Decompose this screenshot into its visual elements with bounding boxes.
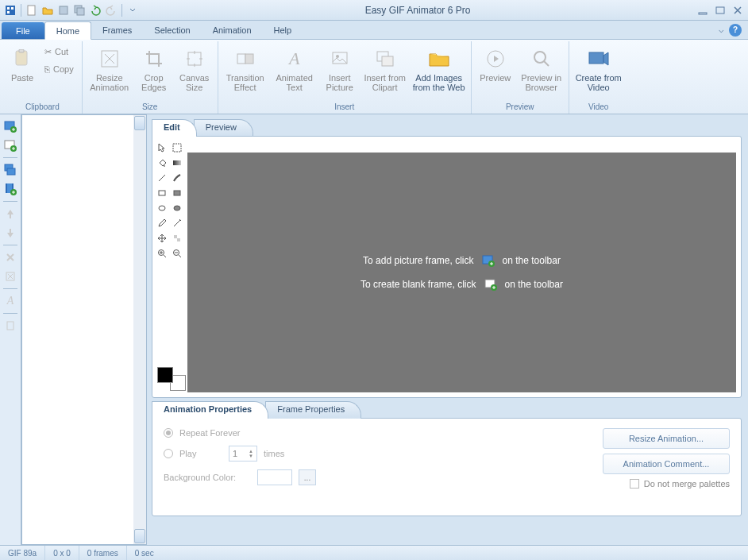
- copy-button[interactable]: ⎘Copy: [40, 60, 79, 78]
- open-icon[interactable]: [40, 3, 55, 17]
- tab-frame-properties[interactable]: Frame Properties: [265, 401, 361, 419]
- ellipse-tool-icon[interactable]: [156, 202, 168, 214]
- gradient-tool-icon[interactable]: [171, 156, 183, 169]
- transition-effect-button[interactable]: Transition Effect: [222, 43, 269, 95]
- svg-rect-1: [7, 7, 10, 10]
- svg-rect-42: [177, 238, 180, 241]
- merge-palettes-row[interactable]: Do not merge palettes: [630, 479, 730, 489]
- save-all-icon[interactable]: [72, 3, 87, 17]
- animation-comment-button[interactable]: Animation Comment...: [603, 454, 730, 474]
- svg-rect-28: [7, 168, 15, 175]
- svg-rect-35: [173, 144, 181, 152]
- scroll-up-icon[interactable]: [134, 116, 145, 130]
- add-blank-frame-icon[interactable]: [2, 137, 19, 154]
- cut-icon: ✂: [44, 47, 52, 57]
- duplicate-frame-icon[interactable]: [2, 161, 19, 179]
- picture-icon: [327, 46, 353, 71]
- resize-animation-props-button[interactable]: Resize Animation...: [603, 428, 730, 449]
- delete-all-icon[interactable]: [2, 268, 19, 285]
- save-icon[interactable]: [56, 3, 71, 17]
- tab-selection[interactable]: Selection: [143, 21, 201, 39]
- bgcolor-label: Background Color:: [164, 473, 251, 482]
- tab-frames[interactable]: Frames: [91, 21, 143, 39]
- move-tool-icon[interactable]: [156, 232, 168, 245]
- foreground-color-swatch[interactable]: [157, 367, 173, 383]
- maximize-button[interactable]: [713, 5, 727, 16]
- insert-picture-button[interactable]: Insert Picture: [320, 43, 360, 95]
- radio-repeat-forever[interactable]: [164, 428, 173, 438]
- scroll-down-icon[interactable]: [134, 529, 145, 543]
- color-swatches[interactable]: [157, 367, 186, 391]
- film-add-icon[interactable]: [2, 180, 19, 198]
- add-images-web-button[interactable]: Add Images from the Web: [411, 43, 468, 95]
- add-picture-frame-icon[interactable]: [2, 118, 19, 135]
- paste-button[interactable]: Paste: [6, 43, 38, 86]
- cut-button[interactable]: ✂Cut: [40, 43, 79, 60]
- group-insert-label: Insert: [222, 100, 468, 114]
- file-menu[interactable]: File: [2, 22, 44, 39]
- svg-point-17: [336, 55, 339, 58]
- fill-tool-icon[interactable]: [156, 156, 168, 169]
- animated-text-button[interactable]: AAnimated Text: [271, 43, 318, 95]
- svg-point-21: [534, 52, 546, 63]
- spin-down-icon[interactable]: ▼: [249, 454, 253, 458]
- preview-button[interactable]: Preview: [475, 43, 516, 86]
- bgcolor-picker-button[interactable]: ...: [299, 469, 316, 485]
- ribbon-tabs: File Home Frames Selection Animation Hel…: [0, 21, 748, 40]
- zoom-out-tool-icon[interactable]: [171, 247, 183, 260]
- brush-tool-icon[interactable]: [171, 172, 183, 184]
- svg-rect-19: [382, 56, 393, 66]
- move-down-icon[interactable]: [2, 224, 19, 241]
- insert-clipart-button[interactable]: Insert from Clipart: [361, 43, 409, 95]
- repeat-forever-row[interactable]: Repeat Forever: [164, 428, 587, 438]
- svg-rect-5: [60, 6, 67, 14]
- qat-dropdown-icon[interactable]: [125, 3, 140, 17]
- tab-preview-view[interactable]: Preview: [194, 119, 253, 137]
- bgcolor-well[interactable]: [257, 469, 292, 485]
- play-count-input[interactable]: 1 ▲▼: [229, 446, 257, 462]
- filled-rect-tool-icon[interactable]: [171, 187, 183, 199]
- tab-animation-properties[interactable]: Animation Properties: [152, 401, 268, 419]
- minimize-button[interactable]: [696, 5, 710, 16]
- frame-list[interactable]: [21, 114, 147, 545]
- move-up-icon[interactable]: [2, 205, 19, 222]
- svg-rect-38: [174, 191, 180, 195]
- svg-point-39: [159, 206, 165, 210]
- pointer-tool-icon[interactable]: [156, 141, 168, 154]
- radio-play-times[interactable]: [164, 449, 173, 458]
- tab-help[interactable]: Help: [263, 21, 303, 39]
- text-tool-icon[interactable]: A: [2, 292, 19, 310]
- tab-edit[interactable]: Edit: [152, 119, 197, 137]
- resize-icon: [97, 46, 122, 71]
- tab-home[interactable]: Home: [44, 21, 91, 40]
- eyedropper-tool-icon[interactable]: [156, 217, 168, 230]
- new-icon[interactable]: [25, 3, 39, 17]
- transparency-tool-icon[interactable]: [171, 232, 183, 245]
- delete-icon[interactable]: [2, 249, 19, 266]
- canvas[interactable]: To add picture frame, click on the toolb…: [187, 153, 736, 392]
- tab-animation[interactable]: Animation: [202, 21, 263, 39]
- marquee-tool-icon[interactable]: [171, 141, 183, 154]
- wand-tool-icon[interactable]: [171, 217, 183, 230]
- rect-tool-icon[interactable]: [156, 187, 168, 199]
- play-times-row[interactable]: Play 1 ▲▼ times: [164, 446, 587, 462]
- preview-browser-button[interactable]: Preview in Browser: [518, 43, 565, 95]
- magnifier-icon: [529, 46, 554, 71]
- create-from-video-button[interactable]: Create from Video: [573, 43, 625, 95]
- redo-icon[interactable]: [104, 3, 118, 17]
- filled-ellipse-tool-icon[interactable]: [171, 202, 183, 214]
- line-tool-icon[interactable]: [156, 172, 168, 184]
- undo-icon[interactable]: [88, 3, 102, 17]
- resize-animation-button[interactable]: Resize Animation: [86, 43, 133, 95]
- canvas-size-button[interactable]: Canvas Size: [175, 43, 214, 95]
- merge-palettes-checkbox[interactable]: [630, 479, 639, 489]
- crop-edges-button[interactable]: Crop Edges: [135, 43, 173, 95]
- zoom-in-tool-icon[interactable]: [156, 247, 168, 260]
- collapse-ribbon-icon[interactable]: ⌵: [719, 25, 724, 35]
- app-icon[interactable]: [3, 3, 17, 17]
- clipboard-tool-icon[interactable]: [2, 317, 19, 334]
- help-icon[interactable]: ?: [729, 24, 742, 37]
- frame-list-scrollbar[interactable]: [133, 115, 146, 544]
- svg-rect-10: [16, 51, 27, 65]
- close-button[interactable]: [731, 5, 745, 16]
